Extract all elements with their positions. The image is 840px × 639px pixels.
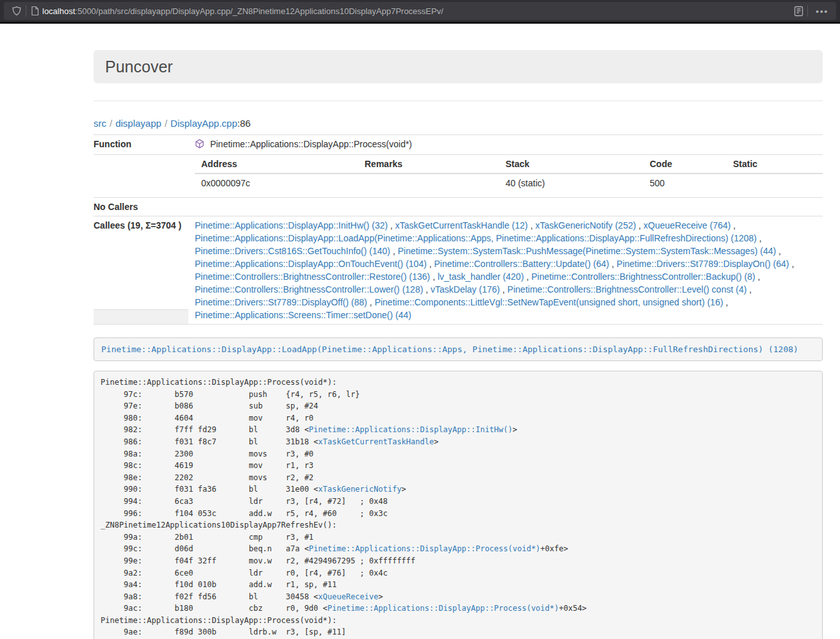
urlbar-divider-right: [807, 5, 808, 17]
function-row: Function Pinetime::Applications::Display…: [94, 135, 823, 155]
asm-symbol-link[interactable]: xTaskGetCurrentTaskHandle: [318, 437, 434, 446]
function-name: Pinetime::Applications::DisplayApp::Proc…: [210, 139, 412, 149]
callee-link[interactable]: xQueueReceive (764): [643, 220, 730, 231]
browser-toolbar: localhost:5000/path/src/displayapp/Displ…: [0, 0, 840, 22]
reader-mode-icon[interactable]: [794, 6, 803, 17]
stats-code-value: 500: [643, 174, 727, 192]
callees-label: Callees (19, Σ=3704 ): [94, 216, 188, 310]
function-row-label: Function: [94, 135, 188, 155]
callee-link[interactable]: Pinetime::Components::LittleVgl::SetNewT…: [375, 297, 723, 307]
page-actions-menu-icon[interactable]: •••: [816, 6, 828, 16]
symbol-table: Function Pinetime::Applications::Display…: [94, 134, 823, 325]
stats-row-spacer: [94, 155, 188, 198]
asm-symbol-link[interactable]: Pinetime::Applications::DisplayApp::Proc…: [309, 544, 540, 553]
url-host: localhost: [42, 6, 75, 16]
no-callers-row: No Callers: [94, 198, 823, 216]
asm-symbol-link[interactable]: Pinetime::Applications::DisplayApp::Init…: [309, 425, 513, 434]
callee-link[interactable]: Pinetime::Drivers::Cst816S::GetTouchInfo…: [195, 246, 390, 256]
toolbar-bottom-strip: [0, 22, 840, 24]
breadcrumb-file-link[interactable]: DisplayApp.cpp: [170, 118, 237, 129]
breadcrumb: src/displayapp/DisplayApp.cpp:86: [94, 117, 823, 130]
highlighted-callee-box: Pinetime::Applications::DisplayApp::Load…: [94, 337, 823, 361]
url-text[interactable]: localhost:5000/path/src/displayapp/Displ…: [42, 6, 794, 16]
urlbar-divider: [26, 5, 26, 17]
stats-remarks-value: [358, 174, 499, 192]
asm-symbol-link[interactable]: Pinetime::Applications::DisplayApp::Proc…: [327, 604, 559, 613]
callee-link[interactable]: Pinetime::Drivers::St7789::DisplayOn() (…: [616, 259, 789, 269]
callees-row: Callees (19, Σ=3704 ) Pinetime::Applicat…: [94, 216, 823, 310]
callee-link[interactable]: Pinetime::Controllers::BrightnessControl…: [195, 284, 423, 295]
stats-row: Address Remarks Stack Code Static 0x0000…: [94, 155, 823, 198]
callee-link[interactable]: Pinetime::Controllers::BrightnessControl…: [531, 271, 755, 282]
url-path: :5000/path/src/displayapp/DisplayApp.cpp…: [75, 6, 443, 16]
callee-link[interactable]: lv_task_handler (420): [438, 271, 524, 282]
shield-icon[interactable]: [12, 6, 22, 16]
stats-col-static: Static: [727, 155, 823, 174]
page-icon[interactable]: [30, 6, 40, 16]
stats-address-value: 0x0000097c: [195, 174, 358, 192]
stats-col-stack: Stack: [499, 155, 643, 174]
callee-link[interactable]: Pinetime::Drivers::St7789::DisplayOff() …: [195, 297, 367, 307]
callee-link[interactable]: Pinetime::Applications::DisplayApp::OnTo…: [195, 259, 427, 269]
callee-link[interactable]: Pinetime::System::SystemTask::PushMessag…: [398, 246, 777, 256]
asm-symbol-link[interactable]: xTaskGenericNotify: [318, 485, 402, 494]
url-bar[interactable]: localhost:5000/path/src/displayapp/Displ…: [4, 2, 836, 20]
stats-col-remarks: Remarks: [358, 155, 499, 174]
stats-col-address: Address: [195, 155, 358, 174]
callee-link[interactable]: xTaskGenericNotify (252): [535, 220, 636, 231]
callee-link[interactable]: Pinetime::Applications::DisplayApp::Load…: [195, 233, 757, 243]
app-header: Puncover: [94, 50, 823, 83]
callee-link[interactable]: Pinetime::Controllers::Battery::Update()…: [434, 259, 609, 269]
no-callers-cell: [188, 198, 823, 216]
table-footer-cell: [94, 310, 188, 325]
app-title[interactable]: Puncover: [105, 58, 811, 76]
divider: [94, 101, 823, 101]
stats-stack-value: 40 (static): [499, 174, 643, 192]
stats-table: Address Remarks Stack Code Static 0x0000…: [195, 155, 823, 192]
callee-link[interactable]: Pinetime::Controllers::BrightnessControl…: [195, 271, 430, 282]
highlighted-callee-link[interactable]: Pinetime::Applications::DisplayApp::Load…: [101, 344, 798, 354]
breadcrumb-separator: /: [161, 118, 170, 129]
asm-symbol-link[interactable]: xQueueReceive: [318, 592, 379, 601]
callee-link[interactable]: xTaskGetCurrentTaskHandle (12): [395, 220, 528, 231]
callees-list: Pinetime::Applications::DisplayApp::Init…: [188, 216, 823, 325]
breadcrumb-src-link[interactable]: src: [94, 118, 106, 129]
page-container: Puncover src/displayapp/DisplayApp.cpp:8…: [94, 50, 823, 639]
breadcrumb-separator: /: [106, 118, 115, 129]
breadcrumb-line-number: :86: [237, 118, 251, 129]
package-icon: [195, 140, 207, 150]
callee-link[interactable]: Pinetime::Applications::DisplayApp::Init…: [195, 220, 388, 231]
stats-col-code: Code: [643, 155, 727, 174]
breadcrumb-displayapp-link[interactable]: displayapp: [115, 118, 161, 129]
stats-static-value: [727, 174, 823, 192]
callee-link[interactable]: Pinetime::Controllers::BrightnessControl…: [507, 284, 746, 295]
function-name-cell: Pinetime::Applications::DisplayApp::Proc…: [188, 135, 823, 155]
callee-link[interactable]: Pinetime::Applications::Screens::Timer::…: [195, 310, 411, 320]
assembly-listing: Pinetime::Applications::DisplayApp::Proc…: [94, 371, 823, 639]
no-callers-label: No Callers: [94, 198, 188, 216]
stats-values-row: 0x0000097c 40 (static) 500: [195, 174, 823, 192]
callee-link[interactable]: vTaskDelay (176): [431, 284, 500, 295]
